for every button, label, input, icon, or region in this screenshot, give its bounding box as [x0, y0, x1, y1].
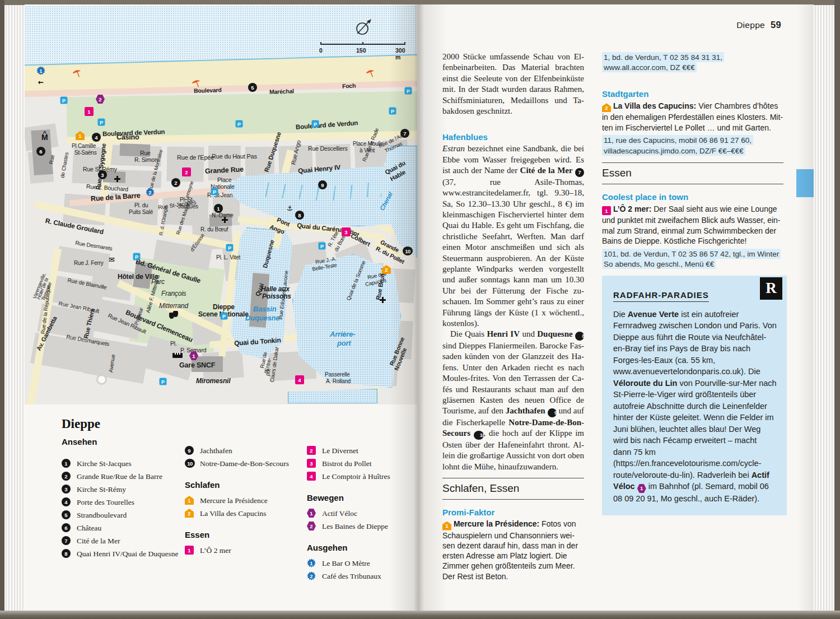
- legend-column: 9Jachthafen10Notre-Dame-de-Bon-SecoursSc…: [185, 444, 300, 558]
- legend-item-label: Château: [77, 524, 101, 532]
- parking-icon: P: [236, 120, 243, 128]
- legend-column: Ansehen1Kirche St-Jacques2Grande Rue/Rue…: [62, 437, 182, 561]
- parking-icon: P: [98, 119, 105, 126]
- map-marker-s-1: 1: [85, 107, 94, 116]
- radfahr-paradies-box: R RADFAHR-PARADIES Die Avenue Verte ist …: [602, 276, 787, 516]
- scale-mid: 150: [356, 47, 366, 54]
- landmark-m-icon: ^M: [41, 132, 48, 139]
- parking-icon: P: [312, 120, 319, 128]
- legend-item-label: Le Comptoir à Huîtres: [322, 472, 390, 481]
- map-marker-c-6: 6: [36, 147, 45, 156]
- map-label: St-Saëns: [74, 150, 97, 156]
- inline-marker-x-1: 1: [637, 484, 646, 493]
- inline-marker-g-2: 2: [307, 571, 316, 580]
- subheading-promi-faktor: Promi-Faktor: [442, 508, 584, 517]
- legend-item-label: Les Baines de Dieppe: [322, 522, 388, 530]
- inline-marker-c-3: 3: [62, 485, 71, 494]
- page-stack-right: [814, 5, 834, 612]
- legend-item: 2Café des Tribunaux: [307, 570, 405, 583]
- text-column-right: 1, bd. de Verdun, T 02 35 84 31 31, www.…: [602, 52, 783, 515]
- map-label: Puits Salé: [129, 210, 153, 215]
- inline-marker-c-10: 10: [474, 431, 484, 440]
- map-label: de Chastes: [59, 152, 69, 178]
- map-label: Dieppe: [213, 304, 235, 310]
- map-label: Pl Camille: [72, 143, 96, 149]
- legend-item-label: Quai Henri IV/Quai de Duquesne: [77, 550, 178, 558]
- map-label: Foch: [342, 82, 356, 89]
- legend-item: 7Cité de la Mer: [62, 534, 182, 547]
- scale-end: 300 m: [395, 47, 405, 60]
- legend-item: 8Quai Henri IV/Quai de Duquesne: [62, 547, 182, 560]
- map-marker-c-4: 4: [92, 133, 101, 142]
- inline-marker-c-9: 9: [185, 446, 194, 455]
- page-number: 59: [771, 20, 781, 30]
- listing-mercure: 1 Mercure la Présidence: Fotos von Schau…: [442, 519, 584, 581]
- parking-icon: P: [226, 244, 234, 252]
- inline-marker-h-2: 2: [602, 103, 611, 112]
- inline-marker-c-7: 7: [62, 536, 71, 545]
- map-scale-bar: 0 150 300 m: [320, 44, 405, 45]
- map-label: R. du Bœuf: [200, 227, 228, 232]
- map-label: Place: [217, 177, 231, 183]
- map-marker-c-9: 9: [318, 180, 327, 189]
- legend-item-label: Kirche St-Rémy: [77, 485, 126, 494]
- legend-item-label: Le Bar O Mètre: [322, 559, 370, 567]
- section-header-schlafen-essen: Schlafen, Essen: [442, 478, 584, 500]
- map-label: Casino: [116, 134, 139, 141]
- page-stack-left: [4, 5, 25, 612]
- legend-item-label: Actif Véloc: [322, 509, 357, 518]
- infobox-body: Die Avenue Verte ist ein autofreier Fern…: [613, 309, 777, 505]
- paragraph: 2000 Stücke umfassende Schau von Elfenbe…: [442, 52, 584, 117]
- map-label: Boulevard: [194, 87, 222, 94]
- legend-item-label: L’Ô 2 mer: [200, 546, 231, 555]
- legend-item: 1Mercure la Présidence: [185, 494, 300, 507]
- map-label: N.-Dame: [212, 213, 234, 218]
- map-label: Hôtel de Ville: [118, 273, 158, 280]
- inline-marker-c-7: 7: [575, 168, 584, 177]
- map-label: A. Rolland: [326, 379, 351, 384]
- legend-heading-ansehen: Ansehen: [62, 437, 182, 446]
- legend-item: 5Strandboulevard: [62, 509, 182, 522]
- legend-heading-ausgehen: Ausgehen: [307, 543, 405, 552]
- map-marker-c-7: 7: [400, 129, 409, 138]
- parasol-icon: [365, 68, 375, 81]
- inline-marker-h-1: 1: [442, 522, 451, 530]
- map-label: Passerelle: [325, 372, 350, 378]
- map-label: François: [161, 290, 186, 297]
- inline-marker-c-6: 6: [62, 523, 71, 532]
- parking-icon: P: [221, 313, 228, 320]
- parking-icon: P: [405, 87, 412, 95]
- legend-item: 3Bistrot du Pollet: [307, 457, 405, 470]
- legend-item: 2Les Baines de Dieppe: [307, 520, 405, 533]
- inline-marker-h-2: 2: [185, 509, 194, 518]
- right-page: Dieppe59 2000 Stücke umfassende Schau vo…: [417, 4, 814, 612]
- legend-item-label: Jachthafen: [200, 446, 232, 455]
- legend-item-label: Cité de la Mer: [77, 537, 120, 545]
- subheading-hafenblues: Hafenblues: [442, 132, 584, 142]
- parking-icon: P: [133, 253, 141, 260]
- map-marker-c-5: 5: [248, 83, 257, 92]
- map-marker-c-10: 10: [403, 246, 413, 255]
- legend-heading-bewegen: Bewegen: [307, 493, 405, 502]
- roundabout: [96, 374, 107, 385]
- address-mercure: 1, bd. de Verdun, T 02 35 84 31 31, www.…: [602, 52, 783, 72]
- map-legend: Dieppe Ansehen1Kirche St-Jacques2Grande …: [25, 405, 417, 612]
- map-label: Maréchal: [269, 88, 294, 95]
- map-label: Duquesne: [245, 314, 279, 322]
- map-label: Rue du Haut Pas: [212, 153, 257, 160]
- map-label: Rue Descelliers: [308, 146, 348, 152]
- inline-marker-s-2: 2: [307, 446, 316, 455]
- inline-marker-c-1: 1: [62, 459, 71, 468]
- map-marker-c-2: 2: [171, 178, 180, 187]
- parking-icon: P: [160, 378, 167, 385]
- inline-marker-c-9: 9: [548, 408, 557, 417]
- text-column-left: 2000 Stücke umfassende Schau von Elfenbe…: [442, 52, 584, 581]
- inline-marker-c-2: 2: [62, 472, 71, 481]
- inline-marker-s-3: 3: [307, 459, 316, 468]
- legend-item: 4Le Comptoir à Huîtres: [307, 470, 405, 483]
- map-label: Rue: [140, 150, 151, 156]
- map-label: Rue: [48, 155, 55, 165]
- map-marker-c-3: 3: [98, 170, 107, 179]
- legend-item-label: Bistrot du Pollet: [322, 459, 372, 468]
- address-villa-capucins: 11, rue des Capucins, mobil 06 86 91 27 …: [602, 135, 783, 156]
